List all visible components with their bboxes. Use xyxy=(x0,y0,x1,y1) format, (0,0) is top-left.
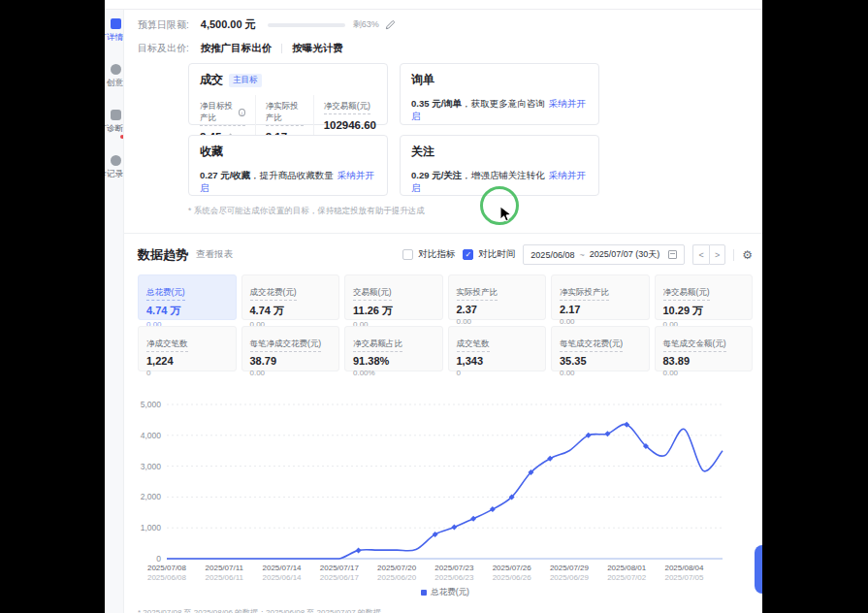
compare-metric-label: 对比指标 xyxy=(418,248,455,261)
goal-card-follow[interactable]: 关注 0.29 元/关注，增强店铺关注转化采纳并开启 xyxy=(400,135,599,196)
svg-text:2025/06/29: 2025/06/29 xyxy=(550,573,590,582)
svg-text:2,000: 2,000 xyxy=(141,492,162,501)
metric-compare-value: 0.00 xyxy=(250,369,332,377)
sidebar-item-3[interactable]: 操作记录 xyxy=(105,155,124,192)
metric-card-6[interactable]: 净成交笔数1,2240 xyxy=(138,326,237,371)
goal-metric-label: 净交易额(元) xyxy=(324,101,370,114)
collapsed-side-panel-tab[interactable] xyxy=(755,545,762,594)
svg-text:3,000: 3,000 xyxy=(141,462,162,471)
metric-card-9[interactable]: 成交笔数1,3430 xyxy=(448,326,547,371)
metric-cards-grid: 总花费(元)4.74 万0.00成交花费(元)4.74 万0.00交易额(元)1… xyxy=(138,274,753,371)
svg-text:2025/06/26: 2025/06/26 xyxy=(493,573,532,582)
svg-text:2025/06/20: 2025/06/20 xyxy=(377,573,417,582)
metric-compare-value: 0.00% xyxy=(353,369,434,377)
goal-card-deal[interactable]: 成交 主目标 净目标投产比i 2.45 xyxy=(188,63,388,125)
metric-label: 净交易额占比 xyxy=(353,339,402,352)
svg-text:2025/07/20: 2025/07/20 xyxy=(377,564,417,572)
metric-label: 实际投产比 xyxy=(457,287,498,301)
metric-value: 83.89 xyxy=(663,355,745,367)
controls-separator xyxy=(733,249,734,261)
metric-card-8[interactable]: 净交易额占比91.38%0.00% xyxy=(344,326,443,371)
metric-label: 净成交笔数 xyxy=(146,339,188,352)
line-chart-svg[interactable]: 01,0002,0003,0004,0005,0002025/07/082025… xyxy=(138,397,762,583)
suggest-price: 0.29 元/关注 xyxy=(411,170,462,180)
compare-time-label: 对比时间 xyxy=(478,248,515,261)
svg-text:2025/06/17: 2025/06/17 xyxy=(320,573,360,582)
svg-text:2025/07/05: 2025/07/05 xyxy=(664,573,704,582)
edit-budget-icon[interactable] xyxy=(385,19,396,30)
footnote: * 2025/07/08 至 2025/08/06 的数据；2025/06/08… xyxy=(138,607,753,613)
metric-card-5[interactable]: 净交易额(元)10.29 万0.00 xyxy=(655,274,754,320)
tab-pricing-by-goal[interactable]: 按推广目标出价 xyxy=(201,42,273,55)
budget-progress-bar xyxy=(268,23,345,27)
footnotes: * 2025/07/08 至 2025/08/06 的数据；2025/06/08… xyxy=(138,607,753,613)
suggest-desc: ，提升商品收藏数量 xyxy=(250,170,334,180)
metric-card-2[interactable]: 交易额(元)11.26 万0.00 xyxy=(344,274,443,320)
metric-card-0[interactable]: 总花费(元)4.74 万0.00 xyxy=(138,274,237,320)
svg-text:2025/07/23: 2025/07/23 xyxy=(434,564,474,572)
metric-card-1[interactable]: 成交花费(元)4.74 万0.00 xyxy=(241,274,340,320)
legend-label[interactable]: 总花费(元) xyxy=(431,587,469,598)
metric-compare-value: 0.00 xyxy=(560,317,641,326)
sidebar-item-label: 创意 xyxy=(105,78,124,89)
metric-value: 1,343 xyxy=(457,355,538,367)
top-bar xyxy=(105,0,762,10)
budget-remain-label: 剩63% xyxy=(353,18,379,31)
goal-metric-label: 净实际投产比 xyxy=(266,101,304,126)
main-panel: 预算日限额: 4,500.00 元 剩63% 目标及出价: 按推广目标出价 按曝… xyxy=(124,10,762,613)
metric-compare-value: 0.00 xyxy=(457,317,538,326)
goal-card-favorite[interactable]: 收藏 0.27 元/收藏，提升商品收藏数量采纳并开启 xyxy=(188,135,388,196)
goal-pricing-row: 目标及出价: 按推广目标出价 按曝光计费 xyxy=(138,42,753,55)
date-range-input[interactable]: 2025/06/08 ~ 2025/07/07 (30天) xyxy=(523,244,685,265)
info-icon[interactable]: i xyxy=(239,109,244,116)
sidebar-item-1[interactable]: 创意 xyxy=(105,64,124,101)
svg-text:2025/08/04: 2025/08/04 xyxy=(664,564,704,572)
trend-header: 数据趋势 查看报表 对比指标 ✓ 对比时间 2025/06/08 ~ 2025/… xyxy=(138,244,753,265)
calendar-icon xyxy=(668,250,677,259)
svg-text:0: 0 xyxy=(156,554,161,564)
goal-cards-grid: 成交 主目标 净目标投产比i 2.45 xyxy=(188,63,599,196)
metric-card-11[interactable]: 每笔成交金额(元)83.890.00 xyxy=(655,326,754,371)
metric-label: 每笔成交花费(元) xyxy=(560,339,623,352)
goal-card-inquiry[interactable]: 询单 0.35 元/询单，获取更多意向咨询采纳并开启 xyxy=(400,63,599,125)
prev-period-button[interactable]: < xyxy=(692,244,709,265)
svg-text:2025/08/01: 2025/08/01 xyxy=(607,564,647,572)
metric-card-10[interactable]: 每笔成交花费(元)35.350.00 xyxy=(551,326,650,371)
metric-card-7[interactable]: 每笔净成交花费(元)38.790.00 xyxy=(241,326,340,371)
next-period-button[interactable]: > xyxy=(709,244,725,265)
suggest-desc: ，获取更多意向咨询 xyxy=(462,98,545,109)
trend-title: 数据趋势 xyxy=(138,246,188,264)
date-separator: ~ xyxy=(579,250,584,260)
budget-row: 预算日限额: 4,500.00 元 剩63% xyxy=(138,17,753,32)
metric-value: 4.74 万 xyxy=(146,304,228,318)
compare-metric-checkbox[interactable] xyxy=(402,249,413,260)
view-report-link[interactable]: 查看报表 xyxy=(196,248,233,261)
metric-value: 2.37 xyxy=(457,304,538,315)
app-window: 推广详情创意推广诊断操作记录 预算日限额: 4,500.00 元 剩63% 目标… xyxy=(105,0,762,613)
bulb-icon xyxy=(111,64,121,75)
svg-text:2025/07/02: 2025/07/02 xyxy=(607,573,647,582)
sidebar-item-2[interactable]: 推广诊断 xyxy=(105,110,124,146)
svg-text:1,000: 1,000 xyxy=(141,523,162,532)
budget-label: 预算日限额: xyxy=(138,18,189,32)
metric-value: 11.26 万 xyxy=(353,304,434,318)
metric-card-4[interactable]: 净实际投产比2.170.00 xyxy=(551,274,650,320)
goal-metric-label: 净目标投产比 xyxy=(200,101,237,124)
tab-pricing-by-impression[interactable]: 按曝光计费 xyxy=(292,42,343,55)
goal-pricing-label: 目标及出价: xyxy=(138,42,189,55)
goal-card-title: 询单 xyxy=(411,72,434,88)
settings-gear-icon[interactable]: ⚙ xyxy=(742,249,753,261)
svg-text:2025/07/11: 2025/07/11 xyxy=(206,564,244,572)
metric-compare-value: 0 xyxy=(146,369,228,377)
metric-label: 每笔净成交花费(元) xyxy=(250,339,322,352)
goal-card-title: 成交 xyxy=(200,72,223,88)
metric-value: 91.38% xyxy=(353,355,434,367)
metric-card-3[interactable]: 实际投产比2.370.00 xyxy=(448,274,547,320)
metric-value: 4.74 万 xyxy=(250,304,332,318)
compare-time-checkbox[interactable]: ✓ xyxy=(463,249,473,260)
sidebar-item-0[interactable]: 推广详情 xyxy=(105,18,124,55)
mini-sidebar: 推广详情创意推广诊断操作记录 xyxy=(105,10,124,613)
svg-text:2025/06/23: 2025/06/23 xyxy=(434,573,474,582)
metric-label: 总花费(元) xyxy=(146,287,185,301)
svg-text:4,000: 4,000 xyxy=(141,431,162,440)
